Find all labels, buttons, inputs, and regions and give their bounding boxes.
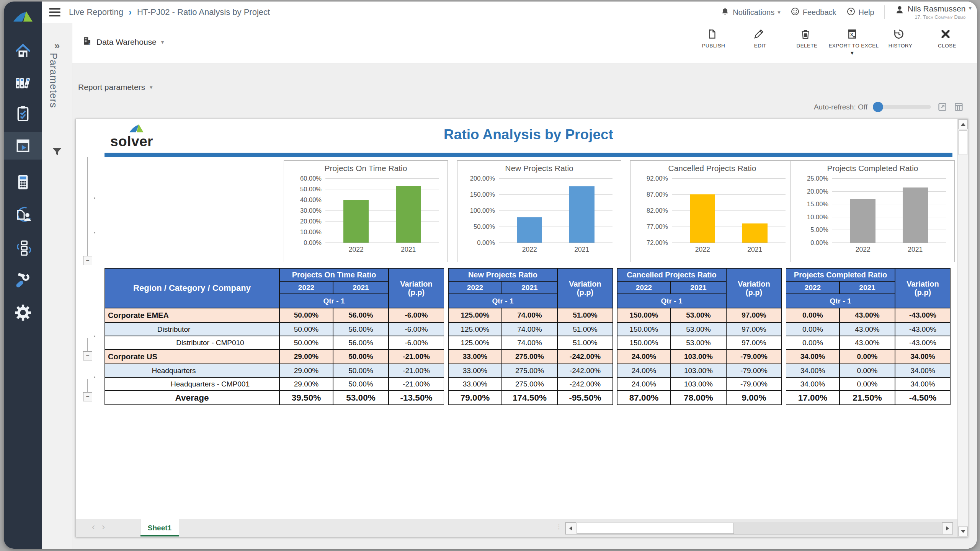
filter-icon[interactable] <box>51 146 63 159</box>
feedback-button[interactable]: Feedback <box>791 7 836 18</box>
auto-refresh-slider[interactable] <box>874 105 931 109</box>
group-title-header: Projects On Time Ratio <box>279 268 389 281</box>
gridline <box>832 204 946 204</box>
gridline <box>325 221 439 222</box>
table-cell: 78.00% <box>671 391 726 405</box>
assignments-workflow-icon[interactable] <box>4 201 42 228</box>
datasheet-grid-icon[interactable] <box>954 102 964 112</box>
action-label: CLOSE <box>935 43 956 49</box>
history-button[interactable]: HISTORY <box>877 28 920 56</box>
help-button[interactable]: ? Help <box>846 7 874 18</box>
year-header: 2022 <box>279 281 333 294</box>
table-cell: 56.00% <box>333 323 389 336</box>
table-cell: 51.00% <box>557 336 613 349</box>
svg-text:X: X <box>850 32 854 37</box>
row-label: Headquarters <box>105 364 279 377</box>
x-tick-label: 2021 <box>574 246 589 254</box>
bar-2021 <box>396 186 421 243</box>
breadcrumb-live-reporting[interactable]: Live Reporting <box>69 7 123 17</box>
report-parameters-chevron-icon: ▾ <box>150 84 153 91</box>
y-tick-label: 200.00% <box>470 175 495 182</box>
group-title-header: Cancelled Projects Ratio <box>617 268 726 281</box>
table-cell: 0.00% <box>840 364 895 377</box>
bar-2021 <box>903 187 928 243</box>
table-cell: -95.50% <box>557 391 613 405</box>
notifications-button[interactable]: Notifications ▾ <box>720 7 780 18</box>
horizontal-scroll-thumb[interactable] <box>577 523 734 534</box>
bar-2022 <box>517 217 542 243</box>
tasks-clipboard-icon[interactable] <box>4 99 42 127</box>
x-tick-label: 2022 <box>349 246 364 254</box>
home-icon[interactable] <box>4 37 42 65</box>
chart-projects-on-time: Projects On Time Ratio60.00%50.00%40.00%… <box>284 160 448 262</box>
table-cell: 29.00% <box>279 349 333 364</box>
scrollbar-grip-icon[interactable]: ⋮ <box>556 523 561 530</box>
scroll-right-button[interactable] <box>942 522 953 534</box>
row-label: Corporate US <box>105 349 279 364</box>
solver-logo-icon[interactable] <box>4 5 42 28</box>
table-cell: 150.00% <box>617 336 671 349</box>
breadcrumb-report-name: HT-PJ02 - Ratio Analysis by Project <box>137 7 270 17</box>
live-report-icon[interactable] <box>4 132 42 160</box>
vertical-scroll-thumb[interactable] <box>959 130 967 155</box>
table-cell: 150.00% <box>617 323 671 336</box>
chart-cancelled-projects: Cancelled Projects Ratio92.00%87.00%82.0… <box>630 160 794 262</box>
table-cell: -43.00% <box>895 308 951 323</box>
table-cell: 21.50% <box>840 391 895 405</box>
settings-gear-icon[interactable] <box>4 299 42 326</box>
table-cell: 17.00% <box>786 391 840 405</box>
report-parameters-toggle[interactable]: Report parameters ▾ <box>78 83 153 92</box>
year-header: 2021 <box>671 281 726 294</box>
gridline <box>832 243 946 243</box>
chart-projects-completed: Projects Completed Ratio25.00%20.00%15.0… <box>791 160 955 262</box>
scroll-down-button[interactable] <box>958 527 968 536</box>
admin-tools-icon[interactable] <box>4 266 42 294</box>
delete-button[interactable]: DELETE <box>784 28 827 56</box>
sheet-prev-arrow[interactable]: ‹ <box>92 522 95 532</box>
scroll-up-button[interactable] <box>958 119 968 129</box>
close-button[interactable]: CLOSE <box>924 28 967 56</box>
gridline <box>499 227 612 227</box>
hamburger-menu-icon[interactable] <box>49 8 60 16</box>
feedback-label: Feedback <box>803 8 836 17</box>
outline-line <box>87 338 88 352</box>
report-title: Ratio Analysis by Project <box>105 127 952 143</box>
user-menu[interactable]: Nils Rasmussen 17. Tech Company Demo ▾ <box>895 5 972 20</box>
table-cell: -79.00% <box>726 377 782 391</box>
outline-collapse-button[interactable]: − <box>83 256 92 265</box>
gridline <box>325 243 439 243</box>
header-right: Notifications ▾ Feedback ? Help Nils Ras… <box>720 5 972 20</box>
open-in-new-icon[interactable] <box>937 102 947 112</box>
table-cell: 87.00% <box>617 391 671 405</box>
action-label: PUBLISH <box>699 43 725 49</box>
table-cell: -242.00% <box>557 377 613 391</box>
table-cell: 125.00% <box>448 308 502 323</box>
x-tick-label: 2021 <box>401 246 416 254</box>
x-tick-label: 2021 <box>747 246 762 254</box>
table-cell: 34.00% <box>895 349 951 364</box>
sheet-next-arrow[interactable]: › <box>102 522 105 532</box>
table-cell: 50.00% <box>333 364 389 377</box>
breadcrumb: Live Reporting › HT-PJ02 - Ratio Analysi… <box>69 7 270 18</box>
horizontal-scrollbar[interactable] <box>565 522 953 535</box>
export-to-excel-button[interactable]: XEXPORT TO EXCEL▼ <box>831 28 874 56</box>
outline-collapse-button[interactable]: − <box>83 392 92 401</box>
edit-button[interactable]: EDIT <box>737 28 780 56</box>
outline-line <box>87 157 88 258</box>
archive-binders-icon[interactable] <box>4 69 42 97</box>
table-cell: 34.00% <box>895 364 951 377</box>
budget-calculator-icon[interactable] <box>4 168 42 196</box>
row-label: Headquarters - CMP001 <box>105 377 279 391</box>
process-flow-icon[interactable] <box>4 235 42 262</box>
data-source-dropdown[interactable]: Data Warehouse ▾ <box>82 36 164 48</box>
scroll-left-button[interactable] <box>565 522 576 534</box>
sheet-tab[interactable]: Sheet1 <box>140 519 179 536</box>
table-cell: 33.00% <box>448 349 502 364</box>
slider-knob[interactable] <box>873 102 883 112</box>
outline-collapse-button[interactable]: − <box>83 351 92 360</box>
gridline <box>832 178 946 179</box>
publish-button[interactable]: PUBLISH <box>691 28 733 56</box>
expand-panel-icon[interactable]: » <box>42 40 72 52</box>
vertical-scrollbar[interactable] <box>957 119 968 537</box>
outline-dot <box>94 197 95 199</box>
